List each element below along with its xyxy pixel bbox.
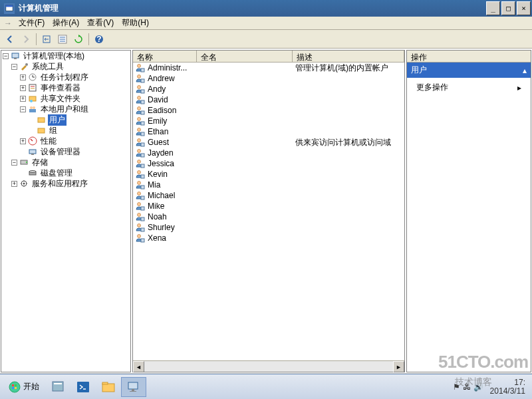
user-icon: [134, 95, 145, 104]
tray-flag-icon[interactable]: ⚑: [453, 382, 460, 392]
refresh-button[interactable]: [71, 32, 86, 47]
user-row[interactable]: Mia: [133, 180, 404, 190]
svg-rect-62: [141, 186, 144, 189]
maximize-button[interactable]: □: [501, 1, 515, 15]
minimize-button[interactable]: _: [486, 1, 500, 15]
col-desc[interactable]: 描述: [293, 51, 404, 62]
collapse-icon[interactable]: −: [20, 106, 26, 112]
user-row[interactable]: Administr...管理计算机(域)的内置帐户: [133, 63, 404, 73]
expand-icon[interactable]: +: [20, 138, 26, 144]
clock-time: 17:: [490, 378, 525, 387]
up-button[interactable]: [39, 32, 54, 47]
taskbar-clock[interactable]: 17: 2014/3/11: [486, 378, 529, 396]
user-name: Xena: [148, 233, 166, 243]
expand-icon[interactable]: +: [20, 85, 26, 91]
svg-rect-28: [31, 154, 34, 155]
collapse-icon[interactable]: −: [11, 64, 17, 70]
user-row[interactable]: Andrew: [133, 73, 404, 84]
svg-point-69: [138, 224, 141, 227]
user-desc: 管理计算机(域)的内置帐户: [293, 63, 404, 74]
svg-rect-1: [6, 5, 13, 7]
user-row[interactable]: Emily: [133, 116, 404, 126]
tree-users[interactable]: 用户: [1, 114, 130, 125]
tree-sharedfolders[interactable]: + 共享文件夹: [1, 93, 130, 104]
tree-localusers[interactable]: − 本地用户和组: [1, 104, 130, 114]
user-row[interactable]: Mike: [133, 201, 404, 211]
taskbar-server-icon[interactable]: [45, 377, 70, 397]
tree-storage[interactable]: − 存储: [1, 157, 130, 168]
back-button[interactable]: [3, 32, 17, 47]
tree-panel[interactable]: − 计算机管理(本地) − 系统工具 + 任务计划程序 + 事件查看器 + 共享…: [1, 50, 131, 372]
svg-rect-68: [141, 217, 144, 221]
user-row[interactable]: Noah: [133, 211, 404, 222]
list-body[interactable]: Administr...管理计算机(域)的内置帐户AndrewAndyDavid…: [133, 63, 404, 360]
user-name: Eadison: [148, 106, 176, 115]
user-row[interactable]: Xena: [133, 233, 404, 243]
services-icon: [19, 178, 29, 189]
horizontal-scrollbar[interactable]: ◄ ►: [133, 360, 404, 372]
actions-more[interactable]: 更多操作 ▸: [407, 78, 531, 97]
svg-rect-82: [102, 384, 114, 392]
menu-file[interactable]: 文件(F): [15, 16, 49, 30]
menu-arrow-icon: →: [1, 19, 15, 28]
tree-eventviewer[interactable]: + 事件查看器: [1, 82, 130, 93]
actions-section[interactable]: 用户 ▴: [407, 63, 531, 78]
scroll-left-icon[interactable]: ◄: [133, 361, 144, 372]
expand-icon[interactable]: +: [11, 181, 17, 187]
user-name: Jayden: [148, 148, 174, 158]
list-header: 名称 全名 描述: [133, 51, 404, 63]
scroll-track[interactable]: [144, 361, 393, 372]
user-row[interactable]: Ethan: [133, 126, 404, 137]
user-row[interactable]: Shurley: [133, 222, 404, 233]
svg-rect-79: [54, 383, 62, 384]
expand-icon[interactable]: +: [20, 74, 26, 80]
taskbar-explorer-icon[interactable]: [96, 377, 121, 397]
user-row[interactable]: Kevin: [133, 169, 404, 180]
user-row[interactable]: Andy: [133, 84, 404, 94]
taskbar-compmgmt-icon[interactable]: [121, 377, 146, 397]
forward-button[interactable]: [19, 32, 33, 47]
user-row[interactable]: Jayden: [133, 148, 404, 158]
svg-rect-44: [141, 90, 144, 93]
tray-volume-icon[interactable]: 🔊: [473, 382, 483, 392]
expand-icon[interactable]: +: [20, 96, 26, 102]
menu-help[interactable]: 帮助(H): [118, 16, 153, 30]
system-tray[interactable]: ⚑ 🖧 🔊 17: 2014/3/11: [453, 378, 529, 396]
toolbar-sep: [88, 33, 89, 45]
user-row[interactable]: Jessica: [133, 158, 404, 169]
window-title: 计算机管理: [17, 3, 485, 14]
menu-view[interactable]: 查看(V): [83, 16, 118, 30]
tree-systools[interactable]: − 系统工具: [1, 61, 130, 72]
svg-point-32: [29, 171, 36, 173]
close-button[interactable]: ×: [517, 1, 531, 15]
help-button[interactable]: ?: [92, 32, 106, 47]
tree-groups[interactable]: 组: [1, 125, 130, 136]
user-row[interactable]: David: [133, 94, 404, 105]
folder-share-icon: [27, 93, 38, 104]
user-icon: [134, 84, 145, 94]
actions-section-label: 用户: [411, 65, 427, 76]
properties-button[interactable]: [55, 32, 70, 47]
tree-taskscheduler[interactable]: + 任务计划程序: [1, 72, 130, 82]
tree-devmgr[interactable]: 设备管理器: [1, 146, 130, 157]
user-row[interactable]: Michael: [133, 190, 404, 201]
tree-root[interactable]: − 计算机管理(本地): [1, 51, 130, 61]
start-button[interactable]: 开始: [3, 377, 45, 397]
tree-diskadmin[interactable]: 磁盘管理: [1, 168, 130, 178]
svg-point-43: [138, 86, 141, 89]
collapse-icon[interactable]: −: [11, 160, 17, 166]
taskbar-powershell-icon[interactable]: [70, 377, 96, 397]
user-row[interactable]: Eadison: [133, 105, 404, 116]
tray-network-icon[interactable]: 🖧: [463, 382, 471, 392]
tree-services[interactable]: + 服务和应用程序: [1, 178, 130, 189]
scroll-right-icon[interactable]: ►: [393, 361, 404, 372]
col-fullname[interactable]: 全名: [197, 51, 293, 62]
collapse-icon[interactable]: −: [3, 53, 9, 59]
user-row[interactable]: Guest供来宾访问计算机或访问域: [133, 137, 404, 148]
user-icon: [134, 138, 145, 147]
col-name[interactable]: 名称: [133, 51, 197, 62]
svg-rect-64: [141, 196, 144, 200]
tree-performance[interactable]: + 性能: [1, 136, 130, 146]
menu-action[interactable]: 操作(A): [49, 16, 83, 30]
clock-date: 2014/3/11: [490, 387, 525, 396]
